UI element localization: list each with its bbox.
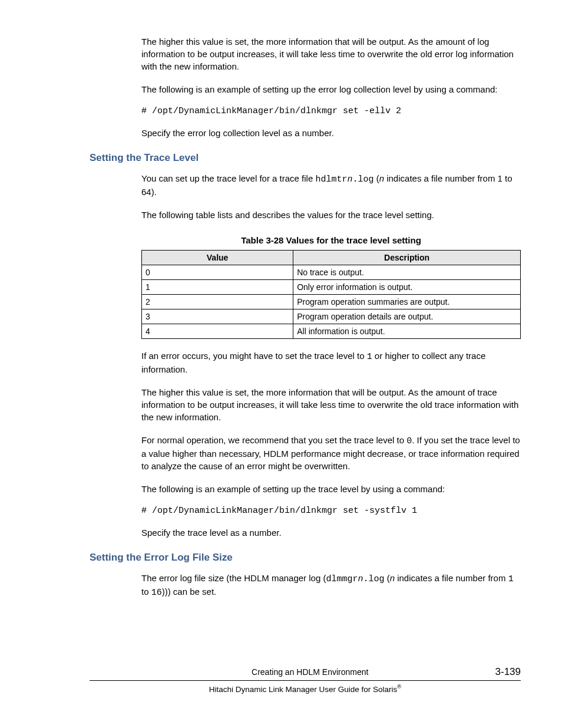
s1-p1b: ( [374,173,379,183]
s1-p1-n2: n [379,173,384,183]
s1-p5: For normal operation, we recommend that … [141,434,521,472]
s1-p5-code: 0 [406,436,412,446]
cell-value: 0 [142,265,293,280]
footer-chapter: Creating an HDLM Environment [125,667,495,677]
s2-n: n [358,574,363,584]
cell-value: 4 [142,324,293,339]
footer-booktitle: Hitachi Dynamic Link Manager User Guide … [209,685,398,694]
s2-code4: 16 [151,588,162,598]
intro-p3: Specify the error log collection level a… [141,127,521,139]
s1-p7: Specify the trace level as a number. [141,526,521,539]
table-header-row: Value Description [142,251,521,265]
s1-p1a: You can set up the trace level for a tra… [141,173,315,183]
s2-code3: 1 [508,574,514,584]
cell-desc: No trace is output. [293,265,521,280]
s1-p2: The following table lists and describes … [141,209,521,221]
s1-p1-code: hdlmtr [315,174,347,185]
intro-p2: The following is an example of setting u… [141,83,521,95]
footer-pagenum: 3-139 [495,666,521,678]
s2-p1b: ( [385,573,390,583]
cell-value: 1 [142,280,293,295]
trace-level-table: Value Description 0 No trace is output. … [141,250,521,339]
s1-p6: The following is an example of setting u… [141,483,521,495]
s2-p1a: The error log file size (the HDLM manage… [141,573,326,583]
s1-code2: # /opt/DynamicLinkManager/bin/dlnkmgr se… [141,506,521,516]
s2-n2: n [390,573,395,583]
cell-value: 2 [142,295,293,309]
s1-p1-code2: .log [352,174,373,185]
s1-p3a: If an error occurs, you might have to se… [141,351,367,361]
page-content: The higher this value is set, the more i… [90,35,521,610]
table-row: 0 No trace is output. [142,265,521,280]
intro-p1: The higher this value is set, the more i… [141,35,521,73]
cell-desc: Program operation details are output. [293,309,521,324]
s2-code1: dlmmgr [326,574,358,584]
s2-p1c: indicates a file number from [395,573,508,583]
s1-p3: If an error occurs, you might have to se… [141,350,521,375]
footer-row1: Creating an HDLM Environment 3-139 [90,666,521,681]
s2-p1e: ))) can be set. [162,587,217,597]
heading-trace-level: Setting the Trace Level [90,152,521,164]
intro-block: The higher this value is set, the more i… [141,35,521,139]
s1-p5a: For normal operation, we recommend that … [141,435,406,445]
s1-p1: You can set up the trace level for a tra… [141,172,521,198]
registered-mark: ® [397,683,401,690]
cell-value: 3 [142,309,293,324]
cell-desc: Only error information is output. [293,280,521,295]
s2-p1d: to [141,587,151,597]
s2-code2: .log [363,574,385,584]
cell-desc: All information is output. [293,324,521,339]
th-desc: Description [293,251,521,265]
page-footer: Creating an HDLM Environment 3-139 Hitac… [90,666,521,694]
section1-body: You can set up the trace level for a tra… [141,172,521,539]
table-caption: Table 3-28 Values for the trace level se… [141,235,521,245]
heading-error-log-file-size: Setting the Error Log File Size [90,552,521,564]
cell-desc: Program operation summaries are output. [293,295,521,309]
table-row: 3 Program operation details are output. [142,309,521,324]
s1-p4: The higher this value is set, the more i… [141,386,521,423]
table-row: 2 Program operation summaries are output… [142,295,521,309]
s2-p1: The error log file size (the HDLM manage… [141,572,521,599]
footer-row2: Hitachi Dynamic Link Manager User Guide … [90,681,521,694]
s1-p3-code: 1 [367,352,372,362]
section2-body: The error log file size (the HDLM manage… [141,572,521,599]
table-row: 4 All information is output. [142,324,521,339]
table-row: 1 Only error information is output. [142,280,521,295]
th-value: Value [142,251,293,265]
intro-code1: # /opt/DynamicLinkManager/bin/dlnkmgr se… [141,106,521,116]
